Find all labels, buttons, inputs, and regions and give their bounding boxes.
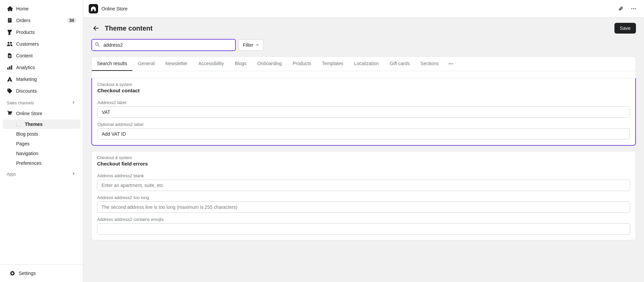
checkout-contact-section-title: Checkout contact [97, 88, 630, 93]
content: Theme content Save Filter [83, 17, 644, 282]
sidebar-item-settings[interactable]: Settings [5, 268, 78, 279]
tab-sections[interactable]: Sections [415, 57, 444, 71]
topbar-title: Online Store [101, 6, 128, 11]
products-icon [7, 29, 13, 35]
checkout-contact-section-label: Checkout & system [97, 82, 630, 87]
tab-more-button[interactable] [444, 57, 458, 70]
search-input-wrapper [91, 39, 236, 51]
sidebar-item-products[interactable]: Products [3, 27, 80, 38]
search-icon [95, 42, 100, 48]
search-input[interactable] [91, 39, 236, 51]
online-store-icon [7, 110, 13, 116]
sidebar-bottom: Settings [0, 264, 83, 282]
home-icon [7, 6, 13, 12]
sidebar-item-customers[interactable]: Customers [3, 38, 80, 50]
search-bar: Filter [91, 39, 636, 51]
analytics-icon [7, 64, 13, 70]
topbar-actions [616, 4, 639, 14]
apps-expand-icon[interactable] [71, 171, 76, 177]
checkout-contact-fields: Address2 label Optional address2 label [92, 100, 635, 145]
address-address2-too-long-label: Address address2 too long [97, 195, 630, 200]
sidebar-item-discounts-label: Discounts [16, 88, 37, 94]
discounts-icon [7, 88, 13, 94]
sidebar-item-preferences[interactable]: Preferences [3, 158, 80, 168]
filter-button[interactable]: Filter [239, 39, 264, 51]
content-header: Theme content Save [83, 17, 644, 34]
sales-channels-section: Sales channels [0, 97, 83, 107]
tabs: Search results General Newsletter Access… [92, 57, 636, 71]
orders-icon [7, 17, 13, 23]
sales-channels-label: Sales channels [7, 101, 34, 105]
sidebar-item-discounts[interactable]: Discounts [3, 85, 80, 97]
sidebar-item-home-label: Home [16, 6, 29, 11]
sidebar-item-navigation[interactable]: Navigation [3, 149, 80, 158]
pin-button[interactable] [616, 4, 626, 14]
main: Online Store Theme content Save [83, 0, 644, 282]
sidebar-item-online-store-label: Online Store [16, 111, 42, 116]
sidebar-item-analytics-label: Analytics [16, 65, 35, 70]
address-address2-contains-emojis-label: Address address2 contains emojis [97, 217, 630, 222]
filter-label: Filter [243, 42, 253, 48]
sidebar-item-analytics[interactable]: Analytics [3, 62, 80, 73]
sidebar: Home Orders 34 Products Customers Cont [0, 0, 83, 282]
content-body: Filter Search results General Newsletter… [83, 34, 644, 251]
address2-label-input[interactable] [97, 106, 630, 118]
tab-onboarding[interactable]: Onboarding [252, 57, 287, 71]
orders-badge: 34 [67, 18, 76, 23]
apps-section: Apps [0, 168, 83, 179]
more-button[interactable] [629, 4, 639, 14]
save-button[interactable]: Save [614, 23, 636, 34]
sidebar-item-content[interactable]: Content [3, 50, 80, 61]
tab-gift-cards[interactable]: Gift cards [384, 57, 415, 71]
topbar-logo [89, 4, 98, 13]
tree-line [16, 122, 20, 126]
checkout-field-errors-card: Checkout & system Checkout field errors … [91, 151, 636, 240]
tab-templates[interactable]: Templates [316, 57, 349, 71]
checkout-field-errors-section-label: Checkout & system [97, 155, 630, 160]
checkout-field-errors-fields: Address address2 blank Address address2 … [92, 173, 636, 240]
sidebar-item-pages[interactable]: Pages [3, 139, 80, 148]
tabs-wrapper: Search results General Newsletter Access… [91, 56, 636, 78]
sidebar-sub-item-blog-posts-label: Blog posts [16, 131, 38, 137]
sidebar-item-marketing[interactable]: Marketing [3, 74, 80, 85]
sidebar-item-home[interactable]: Home [3, 3, 80, 14]
customers-icon [7, 41, 13, 47]
tab-products[interactable]: Products [287, 57, 316, 71]
content-icon [7, 53, 13, 59]
sidebar-item-orders-label: Orders [16, 18, 31, 23]
address-address2-too-long-input[interactable] [97, 201, 630, 213]
sidebar-item-orders[interactable]: Orders 34 [3, 15, 80, 26]
tab-general[interactable]: General [132, 57, 160, 71]
sidebar-nav: Home Orders 34 Products Customers Cont [0, 0, 83, 264]
tab-localization[interactable]: Localization [349, 57, 384, 71]
marketing-icon [7, 76, 13, 82]
address-address2-blank-input[interactable] [97, 180, 630, 191]
sales-channels-expand-icon[interactable] [71, 100, 76, 106]
tab-search-results[interactable]: Search results [92, 57, 132, 71]
sidebar-item-customers-label: Customers [16, 41, 39, 47]
apps-label: Apps [7, 172, 16, 177]
tab-newsletter[interactable]: Newsletter [160, 57, 193, 71]
page-title: Theme content [105, 25, 153, 32]
sidebar-sub-item-pages-label: Pages [16, 141, 30, 146]
checkout-field-errors-header: Checkout & system Checkout field errors [92, 151, 636, 169]
address2-label-label: Address2 label [97, 100, 630, 105]
topbar: Online Store [83, 0, 644, 17]
sidebar-sub-item-navigation-label: Navigation [16, 151, 38, 156]
sidebar-item-themes[interactable]: Themes [3, 120, 80, 129]
checkout-contact-card: Checkout & system Checkout contact Addre… [91, 78, 636, 146]
sidebar-item-online-store[interactable]: Online Store [3, 108, 80, 119]
back-button[interactable] [91, 23, 101, 33]
checkout-field-errors-section-title: Checkout field errors [97, 161, 630, 167]
sidebar-item-blog-posts[interactable]: Blog posts [3, 129, 80, 139]
address-address2-contains-emojis-input[interactable] [97, 223, 630, 235]
sidebar-item-settings-label: Settings [19, 271, 36, 276]
optional-address2-label-input[interactable] [97, 128, 630, 140]
settings-icon [9, 270, 15, 276]
sidebar-item-products-label: Products [16, 30, 35, 35]
sidebar-sub-item-preferences-label: Preferences [16, 160, 41, 166]
tab-blogs[interactable]: Blogs [229, 57, 252, 71]
optional-address2-label-label: Optional address2 label [97, 122, 630, 127]
tab-accessibility[interactable]: Accessibility [193, 57, 229, 71]
address-address2-blank-label: Address address2 blank [97, 173, 630, 178]
